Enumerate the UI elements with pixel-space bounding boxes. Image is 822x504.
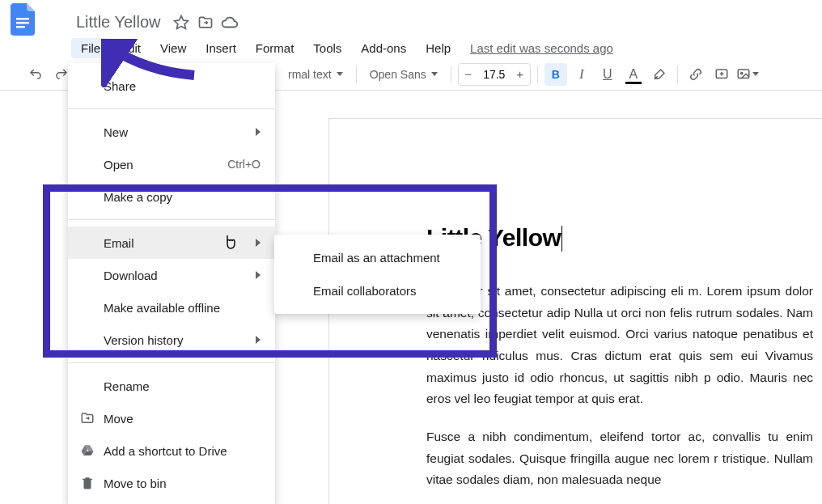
pointer-cursor-icon: [222, 233, 238, 254]
add-comment-button[interactable]: [710, 63, 733, 86]
menu-divider: [68, 219, 275, 220]
submenu-arrow-icon: [256, 239, 261, 247]
menu-email[interactable]: Email: [68, 227, 275, 259]
caret-down-icon: [431, 72, 438, 76]
cloud-status-icon[interactable]: [221, 14, 239, 32]
menu-add-shortcut[interactable]: Add a shortcut to Drive: [68, 434, 275, 467]
submenu-arrow-icon: [256, 271, 261, 279]
svg-point-6: [740, 72, 742, 74]
highlight-button[interactable]: [648, 63, 671, 86]
text-cursor: [561, 226, 562, 252]
font-size-input[interactable]: [478, 68, 511, 81]
docs-logo-icon[interactable]: [6, 3, 39, 36]
menu-share[interactable]: Share: [68, 70, 275, 102]
submenu-email-attachment[interactable]: Email as an attachment: [274, 241, 481, 274]
menu-new[interactable]: New: [68, 116, 275, 148]
svg-marker-3: [174, 15, 188, 28]
menu-insert[interactable]: Insert: [196, 38, 246, 58]
star-icon[interactable]: [172, 14, 190, 32]
move-icon: [79, 410, 95, 426]
font-size-control: − +: [458, 63, 531, 86]
separator: [356, 66, 357, 83]
menu-edit[interactable]: Edit: [110, 38, 150, 58]
font-family-dropdown[interactable]: Open Sans: [363, 63, 444, 86]
undo-icon[interactable]: [24, 63, 47, 86]
separator: [451, 66, 451, 83]
edit-status-link[interactable]: Last edit was seconds ago: [470, 41, 613, 55]
svg-rect-2: [16, 26, 25, 28]
font-size-decrease[interactable]: −: [459, 67, 478, 81]
move-folder-icon[interactable]: [197, 14, 214, 32]
font-size-increase[interactable]: +: [511, 67, 530, 81]
caret-down-icon: [752, 72, 759, 76]
paragraph-style-dropdown[interactable]: rmal text: [282, 63, 350, 86]
submenu-email-collaborators[interactable]: Email collaborators: [274, 274, 481, 307]
menu-open[interactable]: OpenCtrl+O: [68, 148, 275, 180]
italic-button[interactable]: I: [570, 63, 593, 86]
menu-tools[interactable]: Tools: [303, 38, 351, 58]
svg-rect-0: [16, 18, 29, 20]
insert-link-button[interactable]: [684, 63, 707, 86]
bold-button[interactable]: B: [544, 63, 567, 86]
separator: [677, 66, 678, 83]
menu-make-copy[interactable]: Make a copy: [68, 180, 275, 213]
document-paragraph[interactable]: sum dolor sit amet, consectetur adipisci…: [426, 281, 813, 410]
submenu-arrow-icon: [256, 336, 261, 344]
menu-file[interactable]: File: [71, 38, 110, 58]
menu-view[interactable]: View: [150, 38, 196, 58]
trash-icon: [79, 475, 95, 491]
document-title[interactable]: Little Yellow: [71, 11, 166, 33]
file-dropdown-menu: Share New OpenCtrl+O Make a copy Email D…: [68, 63, 275, 504]
email-submenu: Email as an attachment Email collaborato…: [274, 235, 481, 314]
menu-help[interactable]: Help: [416, 38, 460, 58]
document-heading[interactable]: Little Yellow: [426, 224, 813, 252]
text-color-button[interactable]: A: [622, 63, 645, 86]
menu-divider: [68, 362, 275, 363]
shortcut-label: Ctrl+O: [227, 158, 261, 171]
menu-move-to-bin[interactable]: Move to bin: [68, 467, 275, 499]
menu-offline[interactable]: Make available offline: [68, 291, 275, 324]
menu-download[interactable]: Download: [68, 259, 275, 291]
menu-divider: [68, 108, 275, 109]
menu-rename[interactable]: Rename: [68, 370, 275, 402]
caret-down-icon: [337, 72, 343, 76]
svg-rect-1: [16, 22, 29, 24]
insert-image-button[interactable]: [736, 63, 759, 86]
menu-version-history[interactable]: Version history: [68, 324, 275, 356]
document-paragraph[interactable]: Fusce a nibh condimentum, eleifend torto…: [426, 426, 813, 491]
menu-addons[interactable]: Add-ons: [351, 38, 416, 58]
menu-format[interactable]: Format: [246, 38, 304, 58]
menu-move[interactable]: Move: [68, 402, 275, 434]
drive-icon: [79, 443, 95, 459]
separator: [537, 66, 538, 83]
underline-button[interactable]: U: [596, 63, 619, 86]
submenu-arrow-icon: [256, 128, 261, 136]
